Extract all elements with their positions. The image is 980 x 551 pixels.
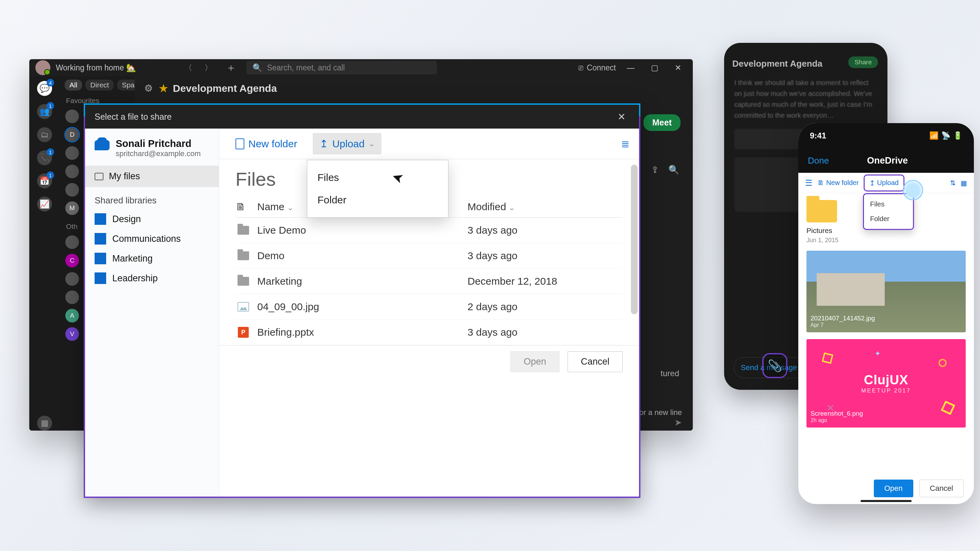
- home-indicator[interactable]: [861, 500, 912, 502]
- thread-title: ★ Development Agenda: [135, 76, 693, 100]
- library-icon: [95, 253, 106, 264]
- hamburger-icon[interactable]: ☰: [805, 178, 813, 188]
- send-icon[interactable]: ➤: [675, 417, 682, 428]
- shape-star-icon: ✦: [875, 349, 881, 358]
- library-icon: [95, 272, 106, 284]
- rail-teams[interactable]: 👥1: [37, 104, 52, 119]
- folder-icon: [237, 226, 249, 235]
- table-row[interactable]: PBriefing.pptx3 days ago: [235, 320, 623, 345]
- table-row[interactable]: 04_09_00.jpg2 days ago: [235, 294, 623, 320]
- user-avatar[interactable]: [35, 60, 50, 75]
- nav-back-icon[interactable]: 〈: [181, 61, 196, 75]
- table-row[interactable]: MarketingDecember 12, 2018: [235, 269, 623, 294]
- nav-forward-icon[interactable]: 〉: [201, 61, 216, 75]
- image-thumbnail: ✦ ✕ ClujUX MEETUP 2017 Screenshot_6.png2…: [807, 339, 966, 427]
- upload-dropdown: Files Folder: [307, 160, 449, 218]
- chevron-down-icon: ⌄: [509, 203, 515, 212]
- file-type-icon: 🗎: [235, 201, 251, 213]
- file-picker-main: New folder ↥ Upload ⌄ ≣ Files Folder ➤ F…: [219, 129, 639, 497]
- file-table: 🗎 Name⌄ Modified⌄ Live Demo3 days ago De…: [219, 196, 639, 345]
- library-item[interactable]: Design: [85, 209, 219, 229]
- library-item[interactable]: Marketing: [85, 249, 219, 268]
- new-folder-button[interactable]: New folder: [229, 133, 304, 154]
- chevron-down-icon: ⌄: [287, 203, 293, 212]
- new-folder-button[interactable]: 🗎New folder: [817, 179, 859, 187]
- library-item[interactable]: Communications: [85, 229, 219, 249]
- folder-icon: [237, 251, 249, 260]
- window-close-icon[interactable]: ✕: [669, 63, 687, 73]
- list-item[interactable]: ✦ ✕ ClujUX MEETUP 2017 Screenshot_6.png2…: [807, 339, 966, 427]
- presence-status[interactable]: Working from home 🏡: [56, 63, 136, 73]
- connect-button[interactable]: ⎚ Connect: [579, 63, 616, 73]
- new-folder-icon: 🗎: [817, 179, 824, 187]
- upload-folder-option[interactable]: Folder: [864, 211, 913, 226]
- mobile-message: I think we should all take a moment to r…: [734, 77, 877, 121]
- upload-folder-option[interactable]: Folder: [307, 189, 448, 211]
- device-icon: ⎚: [579, 63, 583, 73]
- modal-titlebar: Select a file to share ✕: [85, 105, 639, 129]
- modal-close-icon[interactable]: ✕: [614, 109, 630, 124]
- list-item[interactable]: 20210407_141452.jpgApr 7: [807, 251, 966, 332]
- table-row[interactable]: Demo3 days ago: [235, 243, 623, 269]
- rail-messaging[interactable]: 💬4: [37, 81, 52, 96]
- share-icon[interactable]: ⇪: [651, 165, 659, 175]
- open-button[interactable]: Open: [511, 351, 559, 372]
- file-picker-toolbar: New folder ↥ Upload ⌄ ≣: [219, 129, 639, 159]
- status-time: 9:41: [810, 131, 826, 140]
- account-name: Sonali Pritchard: [116, 138, 201, 149]
- upload-button[interactable]: ↥Upload: [864, 175, 904, 192]
- open-button[interactable]: Open: [874, 480, 913, 497]
- search-placeholder: Search, meet, and call: [267, 63, 345, 73]
- upload-button[interactable]: ↥ Upload ⌄: [313, 133, 382, 154]
- search-in-space-icon[interactable]: 🔍: [668, 165, 679, 175]
- mobile-statusbar: 9:41 📶📡🔋: [798, 123, 974, 148]
- view-options-icon[interactable]: ≣: [621, 138, 630, 150]
- rail-apps[interactable]: ▦: [37, 416, 52, 430]
- account-header[interactable]: Sonali Pritchard spritchard@example.com: [85, 129, 219, 166]
- mobile-page-title: OneDrive: [867, 156, 908, 166]
- mobile-share-button[interactable]: Share: [848, 56, 878, 68]
- meet-button[interactable]: Meet: [643, 114, 681, 131]
- titlebar: Working from home 🏡 〈 〉 ＋ 🔍 Search, meet…: [29, 59, 693, 76]
- chevron-down-icon: ⌄: [369, 140, 375, 148]
- library-item[interactable]: Leadership: [85, 268, 219, 288]
- window-maximize-icon[interactable]: ▢: [646, 63, 664, 73]
- file-picker-modal: Select a file to share ✕ Sonali Pritchar…: [84, 103, 640, 498]
- scrollbar[interactable]: [631, 165, 638, 314]
- shared-libraries-header: Shared libraries: [85, 187, 219, 209]
- shape-square-icon: [941, 401, 956, 415]
- done-button[interactable]: Done: [808, 156, 829, 166]
- modal-title: Select a file to share: [95, 112, 172, 122]
- image-icon: [237, 302, 249, 311]
- search-input[interactable]: 🔍 Search, meet, and call: [247, 61, 437, 75]
- filter-all[interactable]: All: [65, 79, 82, 91]
- grid-view-icon[interactable]: ▦: [961, 179, 967, 187]
- new-icon[interactable]: ＋: [221, 61, 241, 75]
- cancel-button[interactable]: Cancel: [920, 480, 964, 497]
- upload-files-option[interactable]: Files: [864, 197, 913, 211]
- touch-indicator-icon: [904, 181, 922, 199]
- cancel-button[interactable]: Cancel: [568, 351, 623, 372]
- column-modified[interactable]: Modified⌄: [468, 201, 597, 213]
- file-picker-sidebar: Sonali Pritchard spritchard@example.com …: [85, 129, 219, 497]
- filter-direct[interactable]: Direct: [86, 79, 114, 91]
- table-row[interactable]: Live Demo3 days ago: [235, 218, 623, 243]
- upload-files-option[interactable]: Files: [307, 166, 448, 189]
- mobile-nav-header: Done OneDrive: [798, 148, 974, 173]
- rail-analytics[interactable]: 📈: [37, 197, 52, 211]
- library-icon: [95, 213, 106, 225]
- attachment-icon[interactable]: 📎: [762, 353, 788, 378]
- my-files-nav[interactable]: My files: [85, 166, 219, 187]
- sort-icon[interactable]: ⇅: [950, 179, 956, 187]
- rail-meetings[interactable]: 📅1: [37, 173, 52, 189]
- shape-square-icon: [822, 353, 833, 364]
- wifi-icon: 📡: [941, 131, 950, 140]
- powerpoint-icon: P: [238, 327, 249, 338]
- rail-contacts[interactable]: 🗂: [37, 127, 52, 142]
- window-minimize-icon[interactable]: —: [621, 63, 640, 73]
- folder-icon: [807, 200, 837, 222]
- folder-icon: [95, 173, 103, 180]
- compose-hint: or a new line: [640, 408, 682, 417]
- rail-calling[interactable]: 📞1: [37, 150, 52, 165]
- star-icon[interactable]: ★: [159, 82, 168, 94]
